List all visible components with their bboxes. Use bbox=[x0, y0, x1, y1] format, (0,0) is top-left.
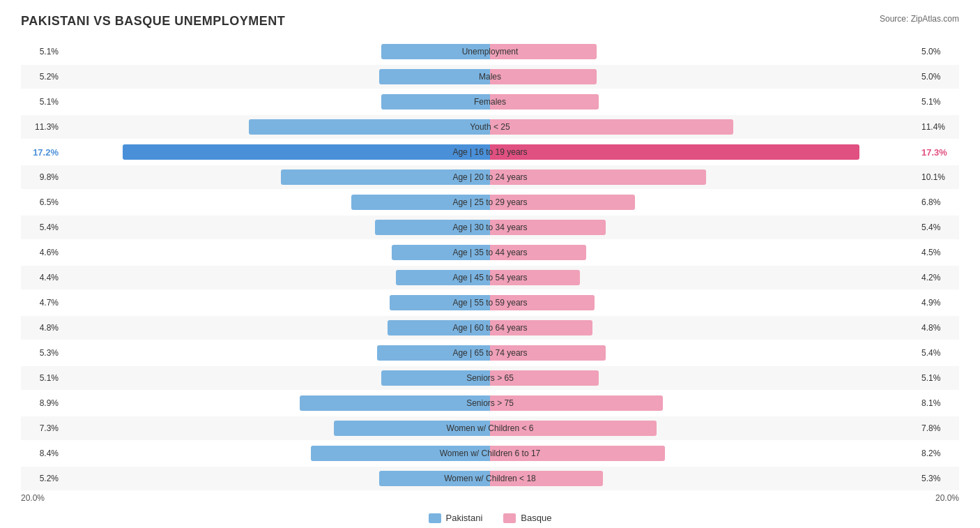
right-value: 4.5% bbox=[917, 248, 959, 257]
bar-blue bbox=[300, 395, 490, 411]
chart-row: 4.6% Age | 35 to 44 years 4.5% bbox=[21, 241, 959, 264]
left-value: 11.3% bbox=[21, 122, 63, 132]
chart-row: 5.2% Males 5.0% bbox=[21, 65, 959, 89]
bar-pink bbox=[490, 471, 603, 486]
right-value: 8.1% bbox=[917, 398, 959, 408]
bars-center: Seniors > 75 bbox=[63, 395, 917, 411]
right-value: 17.3% bbox=[917, 147, 959, 158]
bars-center: Unemployment bbox=[63, 44, 917, 59]
bar-right-wrap bbox=[490, 471, 917, 486]
bar-pink bbox=[490, 169, 706, 185]
left-value: 17.2% bbox=[21, 147, 63, 158]
bar-blue bbox=[381, 94, 490, 110]
bar-left-wrap bbox=[63, 395, 490, 411]
bar-right-wrap bbox=[490, 446, 917, 461]
bars-center: Age | 35 to 44 years bbox=[63, 245, 917, 260]
chart-title: PAKISTANI VS BASQUE UNEMPLOYMENT bbox=[21, 14, 285, 29]
left-value: 6.5% bbox=[21, 197, 63, 207]
chart-row: 5.1% Females 5.1% bbox=[21, 90, 959, 114]
bar-right-wrap bbox=[490, 44, 917, 59]
bars-center: Women w/ Children < 6 bbox=[63, 421, 917, 436]
bars-center: Age | 25 to 29 years bbox=[63, 195, 917, 210]
bar-pink bbox=[490, 144, 859, 160]
bar-blue bbox=[381, 370, 490, 386]
bar-left-wrap bbox=[63, 69, 490, 84]
bar-pink bbox=[490, 345, 606, 361]
bar-pink bbox=[490, 94, 599, 110]
chart-row: 11.3% Youth < 25 11.4% bbox=[21, 115, 959, 139]
bar-pink bbox=[490, 395, 663, 411]
left-value: 9.8% bbox=[21, 172, 63, 182]
right-value: 5.4% bbox=[917, 348, 959, 358]
bar-left-wrap bbox=[63, 220, 490, 235]
right-value: 4.2% bbox=[917, 273, 959, 282]
legend-pakistani-label: Pakistani bbox=[446, 513, 483, 523]
right-value: 5.1% bbox=[917, 373, 959, 383]
chart-row: 5.4% Age | 30 to 34 years 5.4% bbox=[21, 216, 959, 239]
chart-row: 5.3% Age | 65 to 74 years 5.4% bbox=[21, 341, 959, 365]
left-value: 8.4% bbox=[21, 448, 63, 458]
chart-row: 7.3% Women w/ Children < 6 7.8% bbox=[21, 416, 959, 440]
bar-pink bbox=[490, 370, 599, 386]
bars-center: Women w/ Children < 18 bbox=[63, 471, 917, 486]
bar-right-wrap bbox=[490, 270, 917, 285]
left-value: 5.1% bbox=[21, 373, 63, 383]
bars-center: Age | 65 to 74 years bbox=[63, 345, 917, 361]
chart-row: 5.1% Unemployment 5.0% bbox=[21, 40, 959, 63]
bars-center: Males bbox=[63, 69, 917, 84]
bar-blue bbox=[392, 245, 490, 260]
bar-left-wrap bbox=[63, 446, 490, 461]
bar-right-wrap bbox=[490, 245, 917, 260]
chart-row: 4.7% Age | 55 to 59 years 4.9% bbox=[21, 291, 959, 315]
chart-container: PAKISTANI VS BASQUE UNEMPLOYMENT Source:… bbox=[0, 0, 980, 528]
bar-left-wrap bbox=[63, 370, 490, 386]
bar-right-wrap bbox=[490, 144, 917, 160]
bar-left-wrap bbox=[63, 295, 490, 310]
chart-row: 9.8% Age | 20 to 24 years 10.1% bbox=[21, 165, 959, 189]
bar-left-wrap bbox=[63, 421, 490, 436]
bar-blue bbox=[351, 195, 490, 210]
bar-right-wrap bbox=[490, 395, 917, 411]
right-value: 5.4% bbox=[917, 222, 959, 232]
bar-left-wrap bbox=[63, 144, 490, 160]
bar-left-wrap bbox=[63, 270, 490, 285]
bar-left-wrap bbox=[63, 119, 490, 135]
bars-center: Age | 45 to 54 years bbox=[63, 270, 917, 285]
bar-left-wrap bbox=[63, 471, 490, 486]
chart-row: 4.8% Age | 60 to 64 years 4.8% bbox=[21, 316, 959, 340]
chart-header: PAKISTANI VS BASQUE UNEMPLOYMENT Source:… bbox=[21, 14, 959, 29]
bar-pink bbox=[490, 119, 733, 135]
bar-right-wrap bbox=[490, 119, 917, 135]
bars-center: Age | 60 to 64 years bbox=[63, 320, 917, 335]
bottom-labels: 20.0% 20.0% bbox=[21, 493, 959, 503]
left-value: 4.4% bbox=[21, 273, 63, 282]
left-value: 8.9% bbox=[21, 398, 63, 408]
bar-blue bbox=[396, 270, 490, 285]
left-value: 4.6% bbox=[21, 248, 63, 257]
right-value: 7.8% bbox=[917, 423, 959, 433]
bars-center: Seniors > 65 bbox=[63, 370, 917, 386]
bar-blue bbox=[379, 69, 490, 84]
bar-left-wrap bbox=[63, 195, 490, 210]
left-value: 5.2% bbox=[21, 72, 63, 82]
right-value: 5.0% bbox=[917, 72, 959, 82]
bar-blue bbox=[390, 295, 490, 310]
left-value: 5.3% bbox=[21, 348, 63, 358]
bar-pink bbox=[490, 446, 665, 461]
bar-blue bbox=[375, 220, 491, 235]
right-value: 8.2% bbox=[917, 448, 959, 458]
chart-row: 4.4% Age | 45 to 54 years 4.2% bbox=[21, 266, 959, 289]
bar-blue bbox=[311, 446, 490, 461]
bar-right-wrap bbox=[490, 345, 917, 361]
bars-center: Age | 30 to 34 years bbox=[63, 220, 917, 235]
bottom-left-label: 20.0% bbox=[21, 493, 45, 503]
legend-basque: Basque bbox=[503, 513, 551, 523]
bar-blue bbox=[388, 320, 490, 335]
bars-center: Age | 20 to 24 years bbox=[63, 169, 917, 185]
bar-blue bbox=[381, 44, 490, 59]
right-value: 6.8% bbox=[917, 197, 959, 207]
bar-right-wrap bbox=[490, 195, 917, 210]
bar-pink bbox=[490, 320, 592, 335]
left-value: 4.8% bbox=[21, 323, 63, 333]
bar-left-wrap bbox=[63, 320, 490, 335]
